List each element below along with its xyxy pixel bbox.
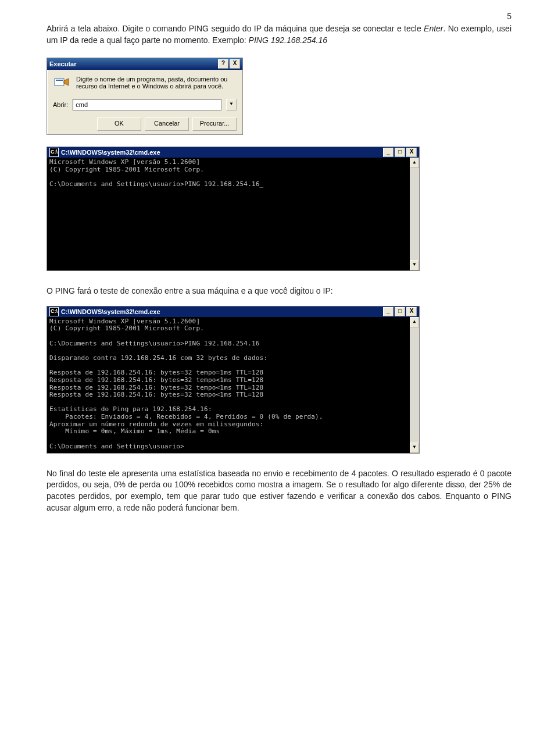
cmd-window-1: C:\ C:\WINDOWS\system32\cmd.exe _ □ X Mi… [46,147,420,271]
cmd1-title: C:\WINDOWS\system32\cmd.exe [61,149,160,156]
maximize-button[interactable]: □ [395,148,405,157]
run-dialog-titlebar: Executar ? X [47,58,242,70]
scroll-down-button[interactable]: ▼ [410,260,419,270]
svg-rect-0 [55,79,64,85]
scroll-up-button[interactable]: ▲ [410,158,419,168]
minimize-button[interactable]: _ [383,307,394,316]
browse-button[interactable]: Procurar... [192,117,237,131]
ok-button[interactable]: OK [97,117,141,131]
scroll-track[interactable] [410,168,419,260]
para1-enter: Enter [424,24,443,33]
open-input[interactable] [73,99,221,110]
minimize-button[interactable]: _ [383,148,394,157]
paragraph-intro: Abrirá a tela abaixo. Digite o comando P… [46,23,512,46]
svg-rect-1 [56,80,63,81]
cmd1-titlebar: C:\ C:\WINDOWS\system32\cmd.exe _ □ X [47,147,419,158]
cmd2-titlebar: C:\ C:\WINDOWS\system32\cmd.exe _ □ X [47,306,419,317]
cmd-window-2: C:\ C:\WINDOWS\system32\cmd.exe _ □ X Mi… [46,306,420,454]
cmd2-scrollbar[interactable]: ▲ ▼ [410,317,419,453]
run-dialog: Executar ? X Digite o nome de um program… [46,58,243,135]
para1-cmd: PING 192.168.254.16 [249,35,327,45]
paragraph-middle: O PING fará o teste de conexão entre a s… [46,286,512,297]
scroll-up-button[interactable]: ▲ [410,317,419,327]
open-dropdown-button[interactable]: ▼ [226,99,237,110]
close-button[interactable]: X [406,307,417,316]
scroll-track[interactable] [410,327,419,443]
run-dialog-description: Digite o nome de um programa, pasta, doc… [76,76,237,90]
scroll-down-button[interactable]: ▼ [410,443,419,453]
para1-text-a: Abrirá a tela abaixo. Digite o comando P… [46,24,424,33]
cmd-icon: C:\ [49,307,59,316]
maximize-button[interactable]: □ [395,307,405,316]
paragraph-final: No final do teste ele apresenta uma esta… [46,468,512,513]
run-dialog-title: Executar [49,60,76,67]
cancel-button[interactable]: Cancelar [145,117,189,131]
close-button[interactable]: X [230,59,240,69]
open-label: Abrir: [53,101,68,108]
close-button[interactable]: X [406,148,417,157]
cmd1-scrollbar[interactable]: ▲ ▼ [410,158,419,270]
help-button[interactable]: ? [218,59,228,69]
cmd2-title: C:\WINDOWS\system32\cmd.exe [61,308,160,315]
cmd2-output: Microsoft Windows XP [versão 5.1.2600] (… [47,317,410,453]
page-number: 5 [507,12,512,21]
run-dialog-icon [53,76,70,91]
cmd-icon: C:\ [49,148,59,157]
cmd1-output: Microsoft Windows XP [versão 5.1.2600] (… [47,158,410,270]
